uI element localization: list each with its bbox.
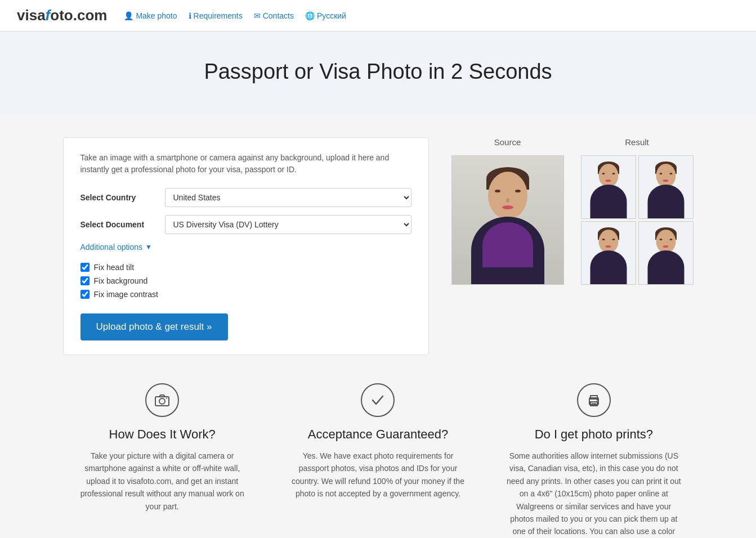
chevron-down-icon: ▼	[145, 243, 152, 251]
how-it-works-desc: Take your picture with a digital camera …	[74, 450, 250, 513]
hero-section: Passport or Visa Photo in 2 Seconds	[0, 32, 756, 115]
result-body-1	[590, 185, 627, 218]
source-photo	[451, 155, 564, 285]
site-logo[interactable]: visafoto.com	[17, 7, 107, 24]
additional-options-toggle[interactable]: Additional options ▼	[80, 243, 152, 252]
fix-contrast-checkbox[interactable]	[80, 290, 90, 299]
result-body-2	[647, 185, 684, 218]
fix-head-tilt-row: Fix head tilt	[80, 263, 411, 272]
info-icon: ℹ	[189, 11, 191, 20]
body-shape	[471, 217, 544, 284]
document-select[interactable]: US Diversity Visa (DV) Lottery	[165, 215, 411, 234]
printer-icon	[577, 383, 611, 417]
result-face-1	[598, 164, 618, 187]
logo-f: f	[46, 7, 51, 24]
result-photo-3	[581, 221, 636, 285]
photo-preview-panel: Source Result	[451, 137, 694, 285]
camera-icon	[145, 383, 179, 417]
result-photo-1	[581, 155, 636, 219]
result-photo-4	[638, 221, 694, 285]
how-it-works-title: How Does It Work?	[74, 427, 250, 442]
document-row: Select Document US Diversity Visa (DV) L…	[80, 215, 411, 234]
feature-acceptance: Acceptance Guaranteed? Yes. We have exac…	[279, 378, 477, 538]
fix-background-label: Fix background	[94, 276, 148, 285]
nav-contacts[interactable]: ✉ Contacts	[254, 11, 294, 20]
prints-desc: Some authorities allow internet submissi…	[506, 450, 682, 538]
document-label: Select Document	[80, 220, 165, 229]
nav-russian[interactable]: 🌐 Русский	[305, 11, 346, 20]
result-body-4	[647, 250, 684, 284]
upload-button[interactable]: Upload photo & get result »	[80, 313, 228, 340]
acceptance-desc: Yes. We have exact photo requirements fo…	[290, 450, 466, 500]
fix-contrast-row: Fix image contrast	[80, 290, 411, 299]
nav-links: 👤 Make photo ℹ Requirements ✉ Contacts 🌐…	[124, 11, 346, 20]
result-face-4	[656, 230, 676, 253]
face-shape	[488, 172, 527, 219]
result-grid	[581, 155, 694, 285]
result-face-2	[656, 164, 676, 187]
logo-com: .com	[73, 7, 108, 24]
form-panel: Take an image with a smartphone or camer…	[63, 137, 429, 355]
logo-visa: visa	[17, 7, 46, 24]
header: visafoto.com 👤 Make photo ℹ Requirements…	[0, 0, 756, 32]
result-photo-2	[638, 155, 694, 219]
globe-icon: 🌐	[305, 11, 315, 20]
nav-requirements[interactable]: ℹ Requirements	[189, 11, 243, 20]
intro-text: Take an image with a smartphone or camer…	[80, 152, 411, 176]
source-column: Source	[451, 137, 564, 285]
checkmark-icon	[361, 383, 395, 417]
svg-point-8	[597, 400, 598, 401]
result-column: Result	[581, 137, 694, 285]
acceptance-title: Acceptance Guaranteed?	[290, 427, 466, 442]
country-row: Select Country United States	[80, 188, 411, 207]
svg-point-1	[159, 398, 165, 404]
result-body-3	[590, 250, 627, 284]
result-label: Result	[625, 137, 649, 147]
features-section: How Does It Work? Take your picture with…	[41, 378, 716, 538]
page-title: Passport or Visa Photo in 2 Seconds	[11, 60, 745, 84]
result-face-3	[598, 230, 618, 253]
feature-prints: Do I get photo prints? Some authorities …	[494, 378, 693, 538]
prints-title: Do I get photo prints?	[506, 427, 682, 442]
source-label: Source	[494, 137, 521, 147]
fix-contrast-label: Fix image contrast	[94, 290, 158, 299]
feature-how-it-works: How Does It Work? Take your picture with…	[63, 378, 262, 538]
logo-oto: oto	[50, 7, 73, 24]
svg-point-2	[166, 398, 167, 399]
fix-background-checkbox[interactable]	[80, 276, 90, 285]
fix-head-tilt-label: Fix head tilt	[94, 263, 135, 272]
envelope-icon: ✉	[254, 11, 261, 20]
person-icon: 👤	[124, 11, 133, 20]
fix-head-tilt-checkbox[interactable]	[80, 263, 90, 272]
country-label: Select Country	[80, 193, 165, 202]
fix-background-row: Fix background	[80, 276, 411, 285]
main-content: Take an image with a smartphone or camer…	[41, 137, 716, 355]
nav-make-photo[interactable]: 👤 Make photo	[124, 11, 177, 20]
country-select[interactable]: United States	[165, 188, 411, 207]
